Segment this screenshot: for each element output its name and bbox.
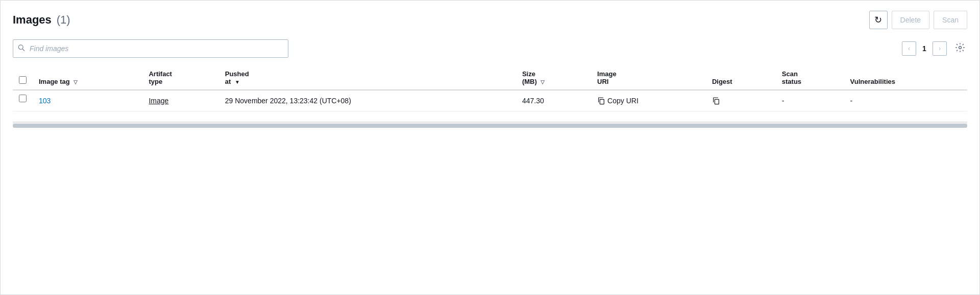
scan-status: - xyxy=(776,90,844,111)
copy-uri-label: Copy URI xyxy=(607,97,639,105)
search-icon xyxy=(18,44,25,53)
horizontal-scrollbar[interactable] xyxy=(13,122,967,128)
chevron-right-icon: › xyxy=(939,45,941,52)
vulnerabilities: - xyxy=(844,90,967,111)
col-scan-status: Scanstatus xyxy=(776,66,844,90)
image-tag-sort-icon: ▽ xyxy=(74,79,78,85)
scrollbar-thumb xyxy=(13,124,967,128)
svg-point-2 xyxy=(959,46,962,49)
prev-page-button[interactable]: ‹ xyxy=(902,41,916,56)
delete-button[interactable]: Delete xyxy=(892,11,929,29)
pushed-at-sort-icon: ▼ xyxy=(235,79,240,85)
page-header: Images (1) ↻ Delete Scan xyxy=(13,11,967,29)
col-vulnerabilities: Vulnerabilities xyxy=(844,66,967,90)
col-image-tag: Image tag ▽ xyxy=(33,66,142,90)
svg-rect-4 xyxy=(715,99,719,104)
next-page-button[interactable]: › xyxy=(933,41,947,56)
col-pushed-at: Pushedat ▼ xyxy=(219,66,516,90)
pagination: ‹ 1 › xyxy=(902,41,967,56)
current-page: 1 xyxy=(920,44,928,53)
search-section: ‹ 1 › xyxy=(13,39,967,58)
page-title: Images (1) xyxy=(13,13,70,27)
column-settings-button[interactable] xyxy=(953,41,967,56)
chevron-left-icon: ‹ xyxy=(908,45,910,52)
pushed-at: 29 November 2022, 13:23:42 (UTC+08) xyxy=(219,90,516,111)
svg-line-1 xyxy=(22,49,24,51)
row-checkbox[interactable] xyxy=(19,95,27,102)
copy-uri-button[interactable]: Copy URI xyxy=(597,97,639,105)
svg-rect-3 xyxy=(600,99,604,104)
col-artifact-type: Artifacttype xyxy=(142,66,218,90)
copy-digest-icon xyxy=(712,97,720,105)
select-all-checkbox[interactable] xyxy=(19,76,27,84)
refresh-button[interactable]: ↻ xyxy=(869,11,888,29)
artifact-type: Image xyxy=(149,97,168,105)
images-table: Image tag ▽ Artifacttype Pushedat ▼ Size… xyxy=(13,66,967,111)
table-row: 103 Image 29 November 2022, 13:23:42 (UT… xyxy=(13,90,967,111)
header-actions: ↻ Delete Scan xyxy=(869,11,967,29)
size-sort-icon: ▽ xyxy=(541,79,545,85)
scan-button[interactable]: Scan xyxy=(934,11,967,29)
col-digest: Digest xyxy=(706,66,776,90)
image-tag-link[interactable]: 103 xyxy=(39,97,51,105)
search-input[interactable] xyxy=(13,39,288,58)
size-mb: 447.30 xyxy=(516,90,591,111)
search-wrapper xyxy=(13,39,288,58)
settings-icon xyxy=(955,42,965,55)
copy-digest-button[interactable] xyxy=(712,97,720,105)
refresh-icon: ↻ xyxy=(874,14,882,26)
col-image-uri: ImageURI xyxy=(591,66,706,90)
col-size-mb: Size(MB) ▽ xyxy=(516,66,591,90)
copy-uri-icon xyxy=(597,97,605,105)
